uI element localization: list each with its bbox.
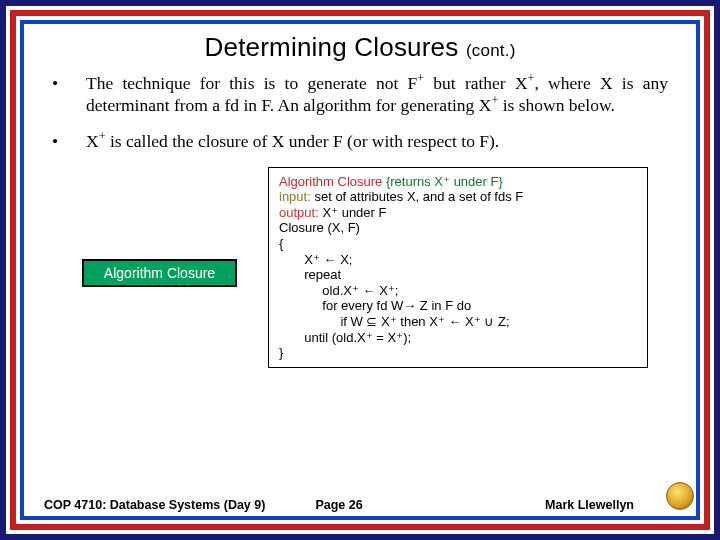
algorithm-area: Algorithm Closure Algorithm Closure {ret…: [52, 167, 668, 402]
page-title: Determining Closures (cont.): [52, 32, 668, 63]
bullet-list: • The technique for this is to generate …: [52, 73, 668, 153]
algo-line: Closure (X, F): [279, 220, 637, 236]
algo-line: {: [279, 236, 637, 252]
algorithm-label-box: Algorithm Closure: [82, 259, 237, 287]
list-item: • The technique for this is to generate …: [52, 73, 668, 117]
bullet-dot: •: [52, 73, 86, 117]
title-main: Determining Closures: [205, 32, 459, 62]
footer-page: Page 26: [315, 498, 362, 512]
bullet-text-2: X+ is called the closure of X under F (o…: [86, 131, 668, 153]
bullet-text-1: The technique for this is to generate no…: [86, 73, 668, 117]
footer-author: Mark Llewellyn: [363, 498, 670, 512]
footer-course: COP 4710: Database Systems (Day 9): [44, 498, 315, 512]
list-item: • X+ is called the closure of X under F …: [52, 131, 668, 153]
footer: COP 4710: Database Systems (Day 9) Page …: [24, 498, 696, 512]
algo-line: output: X⁺ under F: [279, 205, 637, 221]
algo-line: until (old.X⁺ = X⁺);: [279, 330, 637, 346]
algo-line: repeat: [279, 267, 637, 283]
ucf-logo-icon: [666, 482, 694, 510]
algo-line: }: [279, 345, 637, 361]
algo-line: Algorithm Closure {returns X⁺ under F}: [279, 174, 637, 190]
algo-line: if W ⊆ X⁺ then X⁺ ← X⁺ ∪ Z;: [279, 314, 637, 330]
title-cont: (cont.): [466, 41, 516, 60]
algo-line: X⁺ ← X;: [279, 252, 637, 268]
bullet-dot: •: [52, 131, 86, 153]
algo-line: for every fd W→ Z in F do: [279, 298, 637, 314]
algorithm-box: Algorithm Closure {returns X⁺ under F} i…: [268, 167, 648, 368]
algo-line: input: set of attributes X, and a set of…: [279, 189, 637, 205]
algo-line: old.X⁺ ← X⁺;: [279, 283, 637, 299]
